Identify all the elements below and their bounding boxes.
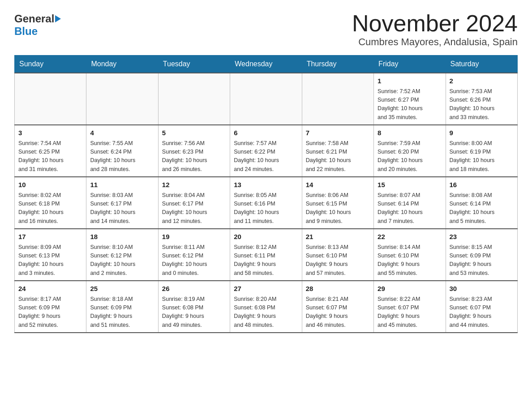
week-row-1: 3Sunrise: 7:54 AMSunset: 6:25 PMDaylight… — [15, 125, 518, 177]
calendar-cell: 7Sunrise: 7:58 AMSunset: 6:21 PMDaylight… — [302, 125, 373, 177]
calendar-cell: 28Sunrise: 8:21 AMSunset: 6:07 PMDayligh… — [302, 281, 373, 333]
day-info: Sunrise: 8:19 AMSunset: 6:08 PMDaylight:… — [162, 295, 226, 330]
week-row-0: 1Sunrise: 7:52 AMSunset: 6:27 PMDaylight… — [15, 73, 518, 125]
day-number: 22 — [378, 232, 442, 242]
calendar-cell: 11Sunrise: 8:03 AMSunset: 6:17 PMDayligh… — [86, 177, 158, 229]
day-number: 12 — [162, 180, 226, 190]
logo-general-text: General — [14, 13, 54, 25]
calendar-cell: 26Sunrise: 8:19 AMSunset: 6:08 PMDayligh… — [158, 281, 230, 333]
calendar-cell: 16Sunrise: 8:08 AMSunset: 6:14 PMDayligh… — [446, 177, 517, 229]
day-info: Sunrise: 8:22 AMSunset: 6:07 PMDaylight:… — [378, 295, 442, 330]
header-cell-saturday: Saturday — [446, 56, 517, 73]
day-info: Sunrise: 8:00 AMSunset: 6:19 PMDaylight:… — [450, 139, 514, 174]
calendar-cell: 18Sunrise: 8:10 AMSunset: 6:12 PMDayligh… — [86, 229, 158, 281]
header-cell-friday: Friday — [374, 56, 446, 73]
logo-blue-text: Blue — [14, 25, 38, 37]
day-info: Sunrise: 7:58 AMSunset: 6:21 PMDaylight:… — [306, 139, 370, 174]
day-number: 25 — [90, 284, 154, 294]
day-number: 28 — [306, 284, 370, 294]
day-number: 7 — [306, 128, 370, 138]
day-number: 1 — [378, 76, 442, 86]
day-info: Sunrise: 8:04 AMSunset: 6:17 PMDaylight:… — [162, 191, 226, 226]
day-info: Sunrise: 8:13 AMSunset: 6:10 PMDaylight:… — [306, 243, 370, 278]
calendar-body: 1Sunrise: 7:52 AMSunset: 6:27 PMDaylight… — [15, 73, 518, 333]
day-info: Sunrise: 7:52 AMSunset: 6:27 PMDaylight:… — [378, 87, 442, 122]
day-number: 2 — [450, 76, 514, 86]
day-number: 15 — [378, 180, 442, 190]
subtitle: Cumbres Mayores, Andalusia, Spain — [352, 36, 518, 48]
page-header: General Blue November 2024 Cumbres Mayor… — [14, 11, 518, 48]
day-info: Sunrise: 8:21 AMSunset: 6:07 PMDaylight:… — [306, 295, 370, 330]
header-cell-sunday: Sunday — [15, 56, 86, 73]
calendar-cell: 9Sunrise: 8:00 AMSunset: 6:19 PMDaylight… — [446, 125, 517, 177]
calendar-cell — [158, 73, 230, 125]
calendar-cell: 30Sunrise: 8:23 AMSunset: 6:07 PMDayligh… — [446, 281, 517, 333]
header-row: SundayMondayTuesdayWednesdayThursdayFrid… — [15, 56, 518, 73]
calendar-cell: 3Sunrise: 7:54 AMSunset: 6:25 PMDaylight… — [15, 125, 86, 177]
day-info: Sunrise: 8:23 AMSunset: 6:07 PMDaylight:… — [450, 295, 514, 330]
calendar-cell: 1Sunrise: 7:52 AMSunset: 6:27 PMDaylight… — [374, 73, 446, 125]
day-number: 9 — [450, 128, 514, 138]
day-info: Sunrise: 8:09 AMSunset: 6:13 PMDaylight:… — [18, 243, 82, 278]
calendar-cell: 29Sunrise: 8:22 AMSunset: 6:07 PMDayligh… — [374, 281, 446, 333]
day-number: 10 — [18, 180, 82, 190]
day-number: 16 — [450, 180, 514, 190]
calendar-cell: 13Sunrise: 8:05 AMSunset: 6:16 PMDayligh… — [230, 177, 302, 229]
calendar-cell: 23Sunrise: 8:15 AMSunset: 6:09 PMDayligh… — [446, 229, 517, 281]
calendar-cell: 8Sunrise: 7:59 AMSunset: 6:20 PMDaylight… — [374, 125, 446, 177]
day-number: 4 — [90, 128, 154, 138]
day-number: 18 — [90, 232, 154, 242]
day-info: Sunrise: 8:20 AMSunset: 6:08 PMDaylight:… — [234, 295, 298, 330]
day-info: Sunrise: 8:12 AMSunset: 6:11 PMDaylight:… — [234, 243, 298, 278]
header-cell-monday: Monday — [86, 56, 158, 73]
calendar-cell: 17Sunrise: 8:09 AMSunset: 6:13 PMDayligh… — [15, 229, 86, 281]
day-number: 3 — [18, 128, 82, 138]
calendar-cell: 10Sunrise: 8:02 AMSunset: 6:18 PMDayligh… — [15, 177, 86, 229]
day-number: 14 — [306, 180, 370, 190]
day-number: 26 — [162, 284, 226, 294]
calendar-cell: 27Sunrise: 8:20 AMSunset: 6:08 PMDayligh… — [230, 281, 302, 333]
header-cell-thursday: Thursday — [302, 56, 373, 73]
calendar-cell: 20Sunrise: 8:12 AMSunset: 6:11 PMDayligh… — [230, 229, 302, 281]
day-number: 21 — [306, 232, 370, 242]
header-cell-wednesday: Wednesday — [230, 56, 302, 73]
day-number: 5 — [162, 128, 226, 138]
calendar-cell: 24Sunrise: 8:17 AMSunset: 6:09 PMDayligh… — [15, 281, 86, 333]
day-number: 20 — [234, 232, 298, 242]
title-block: November 2024 Cumbres Mayores, Andalusia… — [352, 11, 518, 48]
calendar-cell: 2Sunrise: 7:53 AMSunset: 6:26 PMDaylight… — [446, 73, 517, 125]
day-number: 24 — [18, 284, 82, 294]
calendar-cell: 22Sunrise: 8:14 AMSunset: 6:10 PMDayligh… — [374, 229, 446, 281]
day-info: Sunrise: 8:08 AMSunset: 6:14 PMDaylight:… — [450, 191, 514, 226]
day-info: Sunrise: 8:14 AMSunset: 6:10 PMDaylight:… — [378, 243, 442, 278]
day-info: Sunrise: 7:53 AMSunset: 6:26 PMDaylight:… — [450, 87, 514, 122]
day-info: Sunrise: 8:07 AMSunset: 6:14 PMDaylight:… — [378, 191, 442, 226]
day-info: Sunrise: 8:11 AMSunset: 6:12 PMDaylight:… — [162, 243, 226, 278]
day-info: Sunrise: 8:17 AMSunset: 6:09 PMDaylight:… — [18, 295, 82, 330]
week-row-2: 10Sunrise: 8:02 AMSunset: 6:18 PMDayligh… — [15, 177, 518, 229]
day-info: Sunrise: 8:02 AMSunset: 6:18 PMDaylight:… — [18, 191, 82, 226]
calendar-cell: 5Sunrise: 7:56 AMSunset: 6:23 PMDaylight… — [158, 125, 230, 177]
day-number: 13 — [234, 180, 298, 190]
day-number: 11 — [90, 180, 154, 190]
calendar-cell: 12Sunrise: 8:04 AMSunset: 6:17 PMDayligh… — [158, 177, 230, 229]
day-number: 6 — [234, 128, 298, 138]
logo-arrow-icon — [55, 15, 61, 22]
day-info: Sunrise: 8:10 AMSunset: 6:12 PMDaylight:… — [90, 243, 154, 278]
logo: General Blue — [14, 13, 62, 38]
day-number: 30 — [450, 284, 514, 294]
day-info: Sunrise: 8:06 AMSunset: 6:15 PMDaylight:… — [306, 191, 370, 226]
main-title: November 2024 — [352, 11, 518, 36]
calendar-cell — [230, 73, 302, 125]
week-row-3: 17Sunrise: 8:09 AMSunset: 6:13 PMDayligh… — [15, 229, 518, 281]
day-number: 17 — [18, 232, 82, 242]
day-info: Sunrise: 7:57 AMSunset: 6:22 PMDaylight:… — [234, 139, 298, 174]
day-number: 29 — [378, 284, 442, 294]
day-number: 23 — [450, 232, 514, 242]
day-info: Sunrise: 8:15 AMSunset: 6:09 PMDaylight:… — [450, 243, 514, 278]
day-info: Sunrise: 7:55 AMSunset: 6:24 PMDaylight:… — [90, 139, 154, 174]
day-number: 19 — [162, 232, 226, 242]
calendar-cell: 6Sunrise: 7:57 AMSunset: 6:22 PMDaylight… — [230, 125, 302, 177]
header-cell-tuesday: Tuesday — [158, 56, 230, 73]
calendar-header: SundayMondayTuesdayWednesdayThursdayFrid… — [15, 56, 518, 73]
